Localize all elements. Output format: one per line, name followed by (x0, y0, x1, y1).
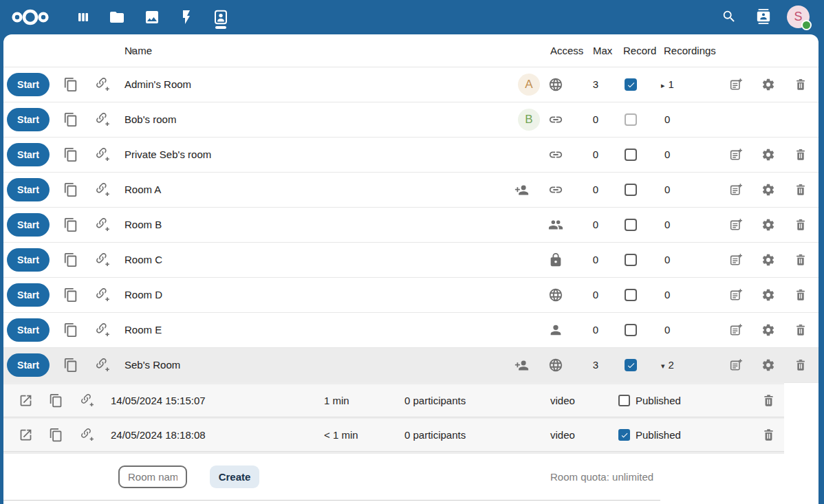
start-button[interactable]: Start (7, 213, 50, 237)
record-checkbox[interactable] (625, 78, 637, 91)
published-checkbox[interactable] (618, 429, 630, 441)
invite-moderator-icon[interactable] (729, 323, 743, 337)
delete-room-icon[interactable] (794, 288, 807, 302)
start-button[interactable]: Start (7, 73, 50, 96)
add-link-icon[interactable] (96, 217, 111, 232)
recordings-count[interactable]: 0 (661, 138, 716, 173)
table-row[interactable]: Start Room A 0 0 (3, 173, 818, 208)
search-icon[interactable] (722, 9, 737, 24)
table-row[interactable]: Start Bob's room B 0 0 (3, 102, 818, 138)
table-row[interactable]: Start Room C 0 0 (3, 243, 818, 278)
app-menu-photos-image-icon[interactable] (144, 9, 160, 25)
copy-room-link-icon[interactable] (63, 182, 78, 197)
invite-moderator-icon[interactable] (729, 358, 743, 372)
start-button[interactable]: Start (7, 248, 50, 272)
invite-moderator-icon[interactable] (729, 183, 743, 197)
delete-recording-icon[interactable] (761, 393, 776, 408)
start-button[interactable]: Start (7, 318, 50, 342)
open-recording-icon[interactable] (19, 393, 33, 408)
record-checkbox[interactable] (625, 324, 637, 336)
recordings-count[interactable]: 0 (661, 208, 716, 243)
start-button[interactable]: Start (7, 353, 50, 377)
invite-moderator-icon[interactable] (729, 78, 743, 91)
record-checkbox[interactable] (625, 184, 637, 196)
record-checkbox[interactable] (625, 219, 637, 231)
add-link-icon[interactable] (96, 358, 111, 373)
start-button[interactable]: Start (7, 143, 50, 166)
recording-row[interactable]: 24/05/2024 18:18:08 < 1 min 0 participan… (3, 419, 784, 452)
table-row[interactable]: Start Room E 0 0 (3, 313, 818, 348)
delete-room-icon[interactable] (794, 78, 807, 91)
start-button[interactable]: Start (7, 108, 50, 131)
published-checkbox[interactable] (618, 395, 630, 406)
add-link-icon[interactable] (96, 112, 111, 127)
add-link-icon[interactable] (96, 77, 111, 92)
table-row[interactable]: Start Admin's Room A 3 ▸1 (3, 67, 818, 102)
contacts-icon[interactable] (756, 9, 771, 24)
table-row[interactable]: Start Private Seb's room 0 0 (3, 138, 818, 173)
delete-room-icon[interactable] (794, 218, 807, 232)
settings-icon[interactable] (761, 323, 775, 337)
invite-moderator-icon[interactable] (729, 253, 743, 267)
add-recording-link-icon[interactable] (80, 393, 95, 408)
recordings-count[interactable]: 0 (661, 313, 716, 348)
recordings-count[interactable]: 0 (661, 243, 716, 278)
copy-recording-link-icon[interactable] (49, 428, 63, 442)
copy-recording-link-icon[interactable] (49, 393, 63, 408)
delete-recording-icon[interactable] (761, 428, 776, 442)
record-checkbox[interactable] (625, 113, 637, 126)
add-recording-link-icon[interactable] (80, 428, 95, 442)
settings-icon[interactable] (761, 183, 775, 197)
delete-room-icon[interactable] (794, 358, 807, 372)
add-link-icon[interactable] (96, 182, 111, 197)
app-menu-dashboard-view-columns-icon[interactable] (75, 9, 91, 25)
copy-room-link-icon[interactable] (63, 287, 78, 303)
add-link-icon[interactable] (96, 287, 111, 303)
app-menu-bbb-bbb-app-icon[interactable] (213, 9, 229, 25)
copy-room-link-icon[interactable] (63, 322, 78, 338)
open-recording-icon[interactable] (19, 428, 33, 442)
recordings-count[interactable]: ▸1 (661, 67, 716, 102)
recordings-count[interactable]: 0 (661, 102, 716, 138)
settings-icon[interactable] (761, 148, 775, 162)
copy-room-link-icon[interactable] (63, 358, 78, 373)
recordings-count[interactable]: 0 (661, 278, 716, 313)
settings-icon[interactable] (761, 218, 775, 232)
recordings-count[interactable]: ▾2 (661, 348, 716, 383)
table-row[interactable]: Start Seb's Room 3 ▾2 (3, 348, 818, 383)
delete-room-icon[interactable] (794, 148, 807, 162)
copy-room-link-icon[interactable] (63, 77, 78, 92)
record-checkbox[interactable] (625, 289, 637, 301)
add-link-icon[interactable] (96, 322, 111, 338)
delete-room-icon[interactable] (794, 323, 807, 337)
start-button[interactable]: Start (7, 178, 50, 201)
table-row[interactable]: Start Room B 0 0 (3, 208, 818, 243)
copy-room-link-icon[interactable] (63, 217, 78, 232)
copy-room-link-icon[interactable] (63, 252, 78, 267)
recording-row[interactable]: 14/05/2024 15:15:07 1 min 0 participants… (3, 384, 784, 417)
settings-icon[interactable] (761, 253, 775, 267)
invite-moderator-icon[interactable] (729, 218, 743, 232)
add-link-icon[interactable] (96, 252, 111, 267)
settings-icon[interactable] (761, 78, 775, 91)
app-menu-activity-lightning-icon[interactable] (178, 9, 195, 25)
create-room-button[interactable]: Create (210, 465, 259, 488)
invite-moderator-icon[interactable] (729, 288, 743, 302)
add-link-icon[interactable] (96, 147, 111, 162)
nextcloud-logo-icon[interactable] (11, 7, 50, 28)
settings-icon[interactable] (761, 358, 775, 372)
invite-moderator-icon[interactable] (729, 148, 743, 162)
delete-room-icon[interactable] (794, 253, 807, 267)
record-checkbox[interactable] (625, 359, 637, 371)
room-name-input[interactable] (118, 465, 187, 488)
copy-room-link-icon[interactable] (63, 112, 78, 127)
settings-icon[interactable] (761, 288, 775, 302)
table-row[interactable]: Start Room D 0 0 (3, 278, 818, 313)
copy-room-link-icon[interactable] (63, 147, 78, 162)
start-button[interactable]: Start (7, 283, 50, 307)
record-checkbox[interactable] (625, 254, 637, 266)
app-menu-files-folder-icon[interactable] (109, 9, 125, 25)
recordings-count[interactable]: 0 (661, 173, 716, 208)
record-checkbox[interactable] (625, 149, 637, 161)
delete-room-icon[interactable] (794, 183, 807, 197)
